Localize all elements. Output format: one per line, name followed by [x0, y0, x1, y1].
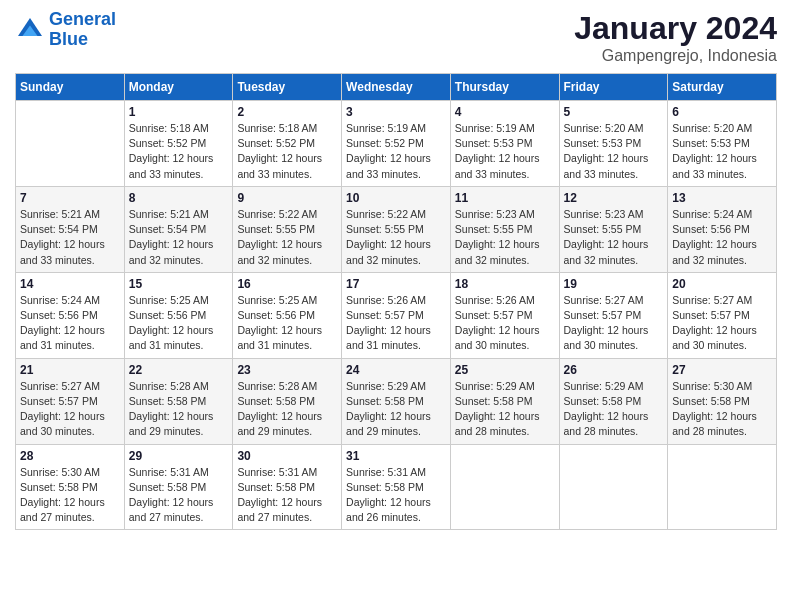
day-info: Sunrise: 5:24 AMSunset: 5:56 PMDaylight:…: [672, 207, 772, 268]
logo: General Blue: [15, 10, 116, 50]
day-info: Sunrise: 5:20 AMSunset: 5:53 PMDaylight:…: [672, 121, 772, 182]
week-row-3: 14Sunrise: 5:24 AMSunset: 5:56 PMDayligh…: [16, 272, 777, 358]
day-number: 26: [564, 363, 664, 377]
day-number: 12: [564, 191, 664, 205]
day-number: 1: [129, 105, 229, 119]
day-number: 9: [237, 191, 337, 205]
day-number: 18: [455, 277, 555, 291]
day-number: 20: [672, 277, 772, 291]
day-cell: 21Sunrise: 5:27 AMSunset: 5:57 PMDayligh…: [16, 358, 125, 444]
header-row: SundayMondayTuesdayWednesdayThursdayFrid…: [16, 74, 777, 101]
day-number: 8: [129, 191, 229, 205]
day-cell: 27Sunrise: 5:30 AMSunset: 5:58 PMDayligh…: [668, 358, 777, 444]
page-container: General Blue January 2024 Gampengrejo, I…: [0, 0, 792, 540]
day-number: 11: [455, 191, 555, 205]
col-header-sunday: Sunday: [16, 74, 125, 101]
day-cell: 18Sunrise: 5:26 AMSunset: 5:57 PMDayligh…: [450, 272, 559, 358]
day-info: Sunrise: 5:27 AMSunset: 5:57 PMDaylight:…: [564, 293, 664, 354]
day-number: 3: [346, 105, 446, 119]
day-info: Sunrise: 5:23 AMSunset: 5:55 PMDaylight:…: [564, 207, 664, 268]
day-info: Sunrise: 5:26 AMSunset: 5:57 PMDaylight:…: [455, 293, 555, 354]
day-info: Sunrise: 5:22 AMSunset: 5:55 PMDaylight:…: [237, 207, 337, 268]
day-info: Sunrise: 5:21 AMSunset: 5:54 PMDaylight:…: [129, 207, 229, 268]
day-cell: 9Sunrise: 5:22 AMSunset: 5:55 PMDaylight…: [233, 186, 342, 272]
day-cell: 25Sunrise: 5:29 AMSunset: 5:58 PMDayligh…: [450, 358, 559, 444]
day-cell: 28Sunrise: 5:30 AMSunset: 5:58 PMDayligh…: [16, 444, 125, 530]
col-header-thursday: Thursday: [450, 74, 559, 101]
title-block: January 2024 Gampengrejo, Indonesia: [574, 10, 777, 65]
day-cell: 31Sunrise: 5:31 AMSunset: 5:58 PMDayligh…: [342, 444, 451, 530]
day-number: 4: [455, 105, 555, 119]
day-number: 6: [672, 105, 772, 119]
day-number: 28: [20, 449, 120, 463]
day-cell: 4Sunrise: 5:19 AMSunset: 5:53 PMDaylight…: [450, 101, 559, 187]
col-header-monday: Monday: [124, 74, 233, 101]
day-number: 25: [455, 363, 555, 377]
day-number: 22: [129, 363, 229, 377]
day-number: 30: [237, 449, 337, 463]
main-title: January 2024: [574, 10, 777, 47]
day-info: Sunrise: 5:24 AMSunset: 5:56 PMDaylight:…: [20, 293, 120, 354]
day-info: Sunrise: 5:27 AMSunset: 5:57 PMDaylight:…: [20, 379, 120, 440]
week-row-5: 28Sunrise: 5:30 AMSunset: 5:58 PMDayligh…: [16, 444, 777, 530]
day-info: Sunrise: 5:19 AMSunset: 5:52 PMDaylight:…: [346, 121, 446, 182]
day-cell: 2Sunrise: 5:18 AMSunset: 5:52 PMDaylight…: [233, 101, 342, 187]
day-cell: 13Sunrise: 5:24 AMSunset: 5:56 PMDayligh…: [668, 186, 777, 272]
day-info: Sunrise: 5:30 AMSunset: 5:58 PMDaylight:…: [20, 465, 120, 526]
day-cell: 1Sunrise: 5:18 AMSunset: 5:52 PMDaylight…: [124, 101, 233, 187]
day-cell: 16Sunrise: 5:25 AMSunset: 5:56 PMDayligh…: [233, 272, 342, 358]
day-cell: [668, 444, 777, 530]
col-header-friday: Friday: [559, 74, 668, 101]
day-info: Sunrise: 5:29 AMSunset: 5:58 PMDaylight:…: [346, 379, 446, 440]
day-info: Sunrise: 5:30 AMSunset: 5:58 PMDaylight:…: [672, 379, 772, 440]
day-info: Sunrise: 5:19 AMSunset: 5:53 PMDaylight:…: [455, 121, 555, 182]
day-info: Sunrise: 5:31 AMSunset: 5:58 PMDaylight:…: [129, 465, 229, 526]
day-number: 21: [20, 363, 120, 377]
day-info: Sunrise: 5:31 AMSunset: 5:58 PMDaylight:…: [237, 465, 337, 526]
col-header-saturday: Saturday: [668, 74, 777, 101]
logo-line1: General: [49, 9, 116, 29]
day-cell: 15Sunrise: 5:25 AMSunset: 5:56 PMDayligh…: [124, 272, 233, 358]
day-info: Sunrise: 5:28 AMSunset: 5:58 PMDaylight:…: [237, 379, 337, 440]
day-cell: 29Sunrise: 5:31 AMSunset: 5:58 PMDayligh…: [124, 444, 233, 530]
day-info: Sunrise: 5:18 AMSunset: 5:52 PMDaylight:…: [237, 121, 337, 182]
day-cell: 10Sunrise: 5:22 AMSunset: 5:55 PMDayligh…: [342, 186, 451, 272]
day-info: Sunrise: 5:21 AMSunset: 5:54 PMDaylight:…: [20, 207, 120, 268]
day-number: 27: [672, 363, 772, 377]
day-cell: 8Sunrise: 5:21 AMSunset: 5:54 PMDaylight…: [124, 186, 233, 272]
day-cell: 7Sunrise: 5:21 AMSunset: 5:54 PMDaylight…: [16, 186, 125, 272]
day-number: 2: [237, 105, 337, 119]
day-info: Sunrise: 5:27 AMSunset: 5:57 PMDaylight:…: [672, 293, 772, 354]
day-cell: 3Sunrise: 5:19 AMSunset: 5:52 PMDaylight…: [342, 101, 451, 187]
day-info: Sunrise: 5:20 AMSunset: 5:53 PMDaylight:…: [564, 121, 664, 182]
day-number: 5: [564, 105, 664, 119]
day-number: 17: [346, 277, 446, 291]
week-row-2: 7Sunrise: 5:21 AMSunset: 5:54 PMDaylight…: [16, 186, 777, 272]
day-number: 19: [564, 277, 664, 291]
day-info: Sunrise: 5:22 AMSunset: 5:55 PMDaylight:…: [346, 207, 446, 268]
calendar-table: SundayMondayTuesdayWednesdayThursdayFrid…: [15, 73, 777, 530]
day-cell: [450, 444, 559, 530]
day-number: 16: [237, 277, 337, 291]
day-cell: 19Sunrise: 5:27 AMSunset: 5:57 PMDayligh…: [559, 272, 668, 358]
day-cell: [559, 444, 668, 530]
week-row-1: 1Sunrise: 5:18 AMSunset: 5:52 PMDaylight…: [16, 101, 777, 187]
day-number: 7: [20, 191, 120, 205]
day-cell: 26Sunrise: 5:29 AMSunset: 5:58 PMDayligh…: [559, 358, 668, 444]
day-cell: 6Sunrise: 5:20 AMSunset: 5:53 PMDaylight…: [668, 101, 777, 187]
day-info: Sunrise: 5:26 AMSunset: 5:57 PMDaylight:…: [346, 293, 446, 354]
day-cell: 11Sunrise: 5:23 AMSunset: 5:55 PMDayligh…: [450, 186, 559, 272]
day-cell: 22Sunrise: 5:28 AMSunset: 5:58 PMDayligh…: [124, 358, 233, 444]
day-info: Sunrise: 5:23 AMSunset: 5:55 PMDaylight:…: [455, 207, 555, 268]
day-number: 13: [672, 191, 772, 205]
day-info: Sunrise: 5:25 AMSunset: 5:56 PMDaylight:…: [237, 293, 337, 354]
subtitle: Gampengrejo, Indonesia: [574, 47, 777, 65]
day-number: 24: [346, 363, 446, 377]
day-cell: 5Sunrise: 5:20 AMSunset: 5:53 PMDaylight…: [559, 101, 668, 187]
logo-icon: [15, 15, 45, 45]
day-number: 29: [129, 449, 229, 463]
day-number: 31: [346, 449, 446, 463]
day-number: 14: [20, 277, 120, 291]
day-cell: [16, 101, 125, 187]
day-cell: 20Sunrise: 5:27 AMSunset: 5:57 PMDayligh…: [668, 272, 777, 358]
